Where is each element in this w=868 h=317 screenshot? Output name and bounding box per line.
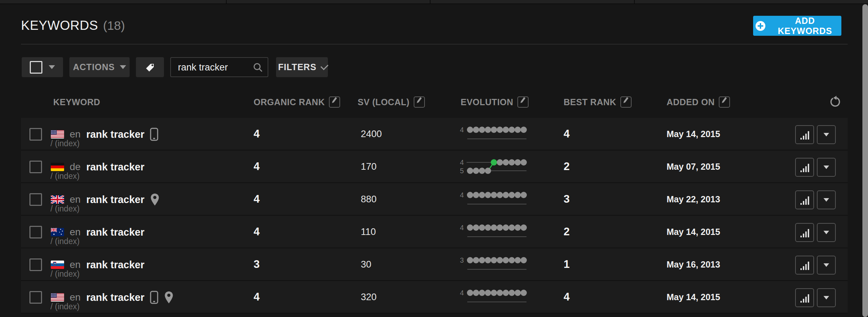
caret-down-icon — [824, 231, 829, 234]
added-on-value: May 14, 2015 — [667, 128, 720, 140]
country-flag — [51, 195, 64, 204]
keyword-text[interactable]: rank tracker — [86, 161, 144, 173]
added-on-value: May 07, 2015 — [667, 160, 720, 173]
scrollbar-thumb[interactable] — [862, 4, 868, 317]
row-chart-button[interactable] — [795, 223, 814, 242]
best-rank-value: 2 — [564, 160, 570, 173]
best-rank-value: 3 — [564, 193, 570, 205]
sv-local-value: 880 — [361, 193, 377, 205]
organic-rank-value: 4 — [254, 128, 260, 140]
row-checkbox[interactable] — [29, 193, 42, 206]
column-header-sv-local: SV (LOCAL) — [358, 94, 425, 110]
edit-icon[interactable] — [719, 96, 730, 108]
edit-icon[interactable] — [517, 96, 529, 108]
keyword-text[interactable]: rank tracker — [86, 129, 144, 140]
select-all-dropdown[interactable] — [22, 57, 63, 77]
evolution-sparkline: 4 — [453, 223, 530, 245]
keywords-table-body: en rank tracker / (index) 4 2400 4 4 May… — [21, 118, 848, 313]
sv-local-value: 30 — [361, 258, 371, 271]
row-checkbox[interactable] — [29, 161, 42, 173]
toolbar: ACTIONS FILTERS — [0, 57, 868, 77]
row-checkbox[interactable] — [29, 226, 42, 238]
row-dropdown-button[interactable] — [817, 288, 836, 307]
country-flag — [51, 130, 64, 139]
search-input[interactable] — [177, 58, 249, 77]
caret-down-icon — [824, 166, 829, 169]
row-chart-button[interactable] — [795, 288, 814, 307]
row-chart-button[interactable] — [795, 158, 814, 177]
location-pin-icon — [150, 193, 160, 206]
filters-dropdown[interactable]: FILTERS — [276, 57, 328, 77]
bar-chart-icon — [800, 229, 809, 237]
row-dropdown-button[interactable] — [817, 256, 836, 275]
keyword-url: / (index) — [50, 302, 80, 311]
bar-chart-icon — [800, 131, 809, 140]
row-chart-button[interactable] — [795, 256, 814, 275]
search-box — [170, 57, 268, 77]
table-row: de rank tracker / (index) 4 170 45 2 May… — [21, 150, 848, 183]
row-dropdown-button[interactable] — [817, 125, 836, 144]
bar-chart-icon — [800, 196, 809, 205]
country-flag — [51, 163, 64, 171]
keyword-url: / (index) — [50, 204, 80, 214]
row-chart-button[interactable] — [795, 125, 814, 144]
keyword-text[interactable]: rank tracker — [86, 227, 144, 238]
language-code: en — [70, 194, 81, 205]
keyword-url: / (index) — [50, 171, 80, 181]
row-checkbox[interactable] — [29, 128, 42, 141]
location-pin-icon — [164, 291, 174, 304]
row-dropdown-button[interactable] — [817, 190, 836, 209]
actions-dropdown[interactable]: ACTIONS — [69, 57, 130, 77]
keyword-text[interactable]: rank tracker — [86, 292, 144, 303]
column-header-best-rank: BEST RANK — [564, 94, 632, 110]
row-dropdown-button[interactable] — [817, 158, 836, 177]
best-rank-value: 4 — [564, 128, 570, 140]
chevron-down-icon — [321, 62, 328, 70]
caret-down-icon — [49, 65, 55, 69]
column-header-keyword: KEYWORD — [53, 94, 100, 110]
row-chart-button[interactable] — [795, 190, 814, 209]
edit-icon[interactable] — [620, 96, 632, 108]
organic-rank-value: 4 — [254, 193, 260, 205]
edit-icon[interactable] — [414, 96, 425, 108]
edit-icon[interactable] — [329, 96, 340, 108]
country-flag — [51, 228, 64, 236]
tag-button[interactable] — [136, 57, 164, 77]
column-header-evolution: EVOLUTION — [461, 94, 529, 110]
added-on-value: May 14, 2015 — [667, 225, 720, 238]
evolution-sparkline: 3 — [453, 256, 530, 277]
table-row: en rank tracker / (index) 4 2400 4 4 May… — [21, 118, 848, 150]
table-header: KEYWORD ORGANIC RANK SV (LOCAL) EVOLUTIO… — [0, 94, 868, 110]
keyword-url: / (index) — [50, 237, 80, 246]
language-code: de — [70, 161, 81, 173]
refresh-icon[interactable] — [829, 95, 841, 109]
added-on-value: May 16, 2013 — [667, 258, 720, 271]
row-checkbox[interactable] — [29, 291, 42, 304]
add-keywords-button[interactable]: ADD KEYWORDS — [753, 16, 841, 36]
plus-icon — [755, 21, 766, 31]
page-title: KEYWORDS — [21, 18, 98, 33]
mobile-icon — [150, 291, 158, 304]
svg-text:4: 4 — [460, 191, 464, 199]
svg-text:4: 4 — [460, 224, 464, 231]
evolution-sparkline: 4 — [453, 289, 530, 310]
added-on-value: May 22, 2013 — [667, 193, 720, 205]
column-header-organic-rank: ORGANIC RANK — [254, 94, 340, 110]
header-divider — [21, 44, 848, 45]
add-keywords-label: ADD KEYWORDS — [771, 16, 839, 36]
caret-down-icon — [120, 65, 126, 69]
added-on-value: May 14, 2015 — [667, 291, 720, 303]
caret-down-icon — [824, 263, 829, 267]
evolution-sparkline: 4 — [453, 126, 530, 147]
select-all-checkbox[interactable] — [30, 61, 42, 74]
table-row: en rank tracker / (index) 4 320 4 4 May … — [21, 281, 848, 313]
caret-down-icon — [824, 133, 829, 136]
row-dropdown-button[interactable] — [817, 223, 836, 242]
bar-chart-icon — [800, 164, 809, 172]
language-code: en — [70, 259, 81, 270]
language-code: en — [70, 227, 81, 238]
row-checkbox[interactable] — [29, 258, 42, 271]
keyword-text[interactable]: rank tracker — [86, 194, 144, 205]
mobile-icon — [150, 128, 158, 141]
keyword-text[interactable]: rank tracker — [86, 259, 144, 271]
